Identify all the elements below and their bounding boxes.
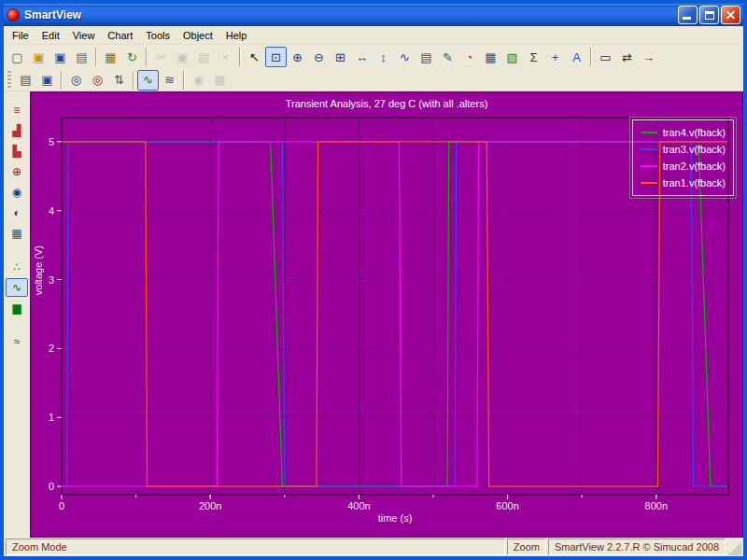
legend-swatch [641,165,657,167]
axes-setup-button[interactable]: ▤ [15,70,36,91]
cascade-windows-button[interactable]: → [638,47,659,67]
close-button[interactable] [721,6,740,24]
status-zoom-label: Zoom [507,539,546,555]
zoom-mode-button[interactable]: ⊡ [265,47,287,67]
legend-item: tran1.v(fback) [641,175,726,191]
new-document-button[interactable]: ▢ [7,47,28,67]
toolbar-separator [590,48,592,66]
minimize-icon [683,17,691,20]
statusbar: Zoom Mode Zoom SmartView 2.2.7.R © Simuc… [4,538,743,556]
eye-diagram-button[interactable]: ◐ [6,203,28,222]
cursor-1-button[interactable]: ◎ [65,70,87,91]
svg-text:200n: 200n [199,500,221,511]
signal-list-button[interactable]: ≡ [6,101,28,119]
zoom-in-button[interactable]: ⊕ [287,47,308,67]
data-grid-button[interactable]: ▦ [6,224,28,243]
zoom-in-icon: ⊕ [292,51,303,63]
table-view-button: ▦ [209,70,231,91]
window-title: SmartView [24,8,676,21]
annotation-button[interactable]: A [566,47,587,67]
histogram-button[interactable]: ▙ [6,142,28,161]
maximize-button[interactable] [699,6,719,24]
add-cursor-icon: + [552,51,559,63]
zoom-x-icon: ↔ [356,51,368,63]
add-cursor-button[interactable]: + [544,47,566,67]
select-pointer-button[interactable]: ↖ [244,47,265,67]
edit-labels-icon: ✎ [443,51,453,63]
area-plot-button[interactable]: ▆ [6,299,28,317]
smith-chart-icon: ⊕ [12,166,21,177]
titlebar[interactable]: SmartView [4,4,743,26]
side-toolbar: ≡▟▙⊕◉◐▦∴∿▆≈ [4,91,30,538]
y-axis-label: voltage (V) [33,245,44,295]
scatter-plot-button[interactable]: ∴ [6,258,28,276]
save-button[interactable]: ▣ [49,47,71,67]
edit-labels-button[interactable]: ✎ [437,47,458,67]
toolbar-separator [183,71,185,90]
save-image-button[interactable]: ▣ [36,70,58,91]
print-button[interactable]: ▤ [71,47,92,67]
cursor-2-button[interactable]: ◎ [87,70,108,91]
open-plot-file-button[interactable]: ▦ [100,47,121,67]
zoom-y-icon: ↕ [380,51,387,63]
fft-view-button[interactable]: ≋ [159,70,180,91]
zoom-fit-button[interactable]: ⊞ [330,47,351,67]
scope-view-icon: ≈ [14,336,21,347]
zoom-fit-icon: ⊞ [335,51,345,63]
reload-data-icon: ↻ [127,51,137,63]
delete-button: × [215,47,236,67]
status-mode: Zoom Mode [6,539,505,555]
toolbar-separator [239,48,241,66]
zoom-x-button[interactable]: ↔ [351,47,373,67]
data-table-button[interactable]: ▦ [480,47,501,67]
legend-item: tran4.v(fback) [641,124,726,141]
legend-item: tran2.v(fback) [641,158,726,175]
area-plot-icon: ▆ [12,302,21,314]
smith-chart-button[interactable]: ⊕ [6,162,28,181]
menu-help[interactable]: Help [219,28,254,43]
close-icon [726,10,736,21]
resize-grip[interactable] [727,539,741,555]
smith-view-icon: ◉ [193,74,204,86]
open-plot-file-icon: ▦ [105,51,116,63]
tile-windows-button[interactable]: ⇄ [616,47,638,67]
export-data-button[interactable]: ▧ [501,47,523,67]
save-image-icon: ▣ [41,74,52,86]
new-chart-icon: ∿ [400,51,410,63]
measure-tool-icon: ◔ [466,51,473,63]
menubar: FileEditViewChartToolsObjectHelp [4,26,743,45]
svg-text:4: 4 [49,205,54,217]
tile-windows-icon: ⇄ [622,51,632,63]
menu-tools[interactable]: Tools [139,28,176,43]
new-chart-button[interactable]: ∿ [394,47,416,67]
open-file-button[interactable]: ▣ [28,47,49,67]
polar-chart-button[interactable]: ◉ [6,183,28,202]
bar-chart-button[interactable]: ▟ [6,121,28,140]
reload-data-button[interactable]: ↻ [121,47,143,67]
svg-text:0: 0 [59,500,64,511]
chart-title: Transient Analysis, 27 deg C (with all .… [30,98,743,109]
scope-view-button[interactable]: ≈ [6,332,28,351]
legend-swatch [641,182,657,184]
select-pointer-icon: ↖ [249,51,260,63]
menu-edit[interactable]: Edit [35,28,66,43]
statistics-button[interactable]: Σ [523,47,544,67]
menu-object[interactable]: Object [176,28,219,43]
sync-axes-button[interactable]: ⇅ [108,70,130,91]
minimize-button[interactable] [678,6,698,24]
measure-tool-button[interactable]: ◔ [458,47,480,67]
chart-properties-button[interactable]: ▤ [416,47,437,67]
zoom-out-button[interactable]: ⊖ [308,47,330,67]
zoom-y-button[interactable]: ↕ [373,47,394,67]
legend-swatch [641,132,657,133]
menu-file[interactable]: File [6,28,35,43]
menu-view[interactable]: View [66,28,102,43]
toolbar-grip[interactable] [7,71,11,90]
menu-chart[interactable]: Chart [101,28,139,43]
copy-button: ▣ [172,47,193,67]
main-toolbar: ▢▣▣▤▦↻✂▣▤×↖⊡⊕⊖⊞↔↕∿▤✎◔▦▧Σ+A▭⇄→ [4,45,743,69]
line-plot-button[interactable]: ∿ [6,278,28,297]
waveform-view-button[interactable]: ∿ [137,70,159,91]
maximize-icon [705,11,714,20]
new-window-button[interactable]: ▭ [595,47,616,67]
